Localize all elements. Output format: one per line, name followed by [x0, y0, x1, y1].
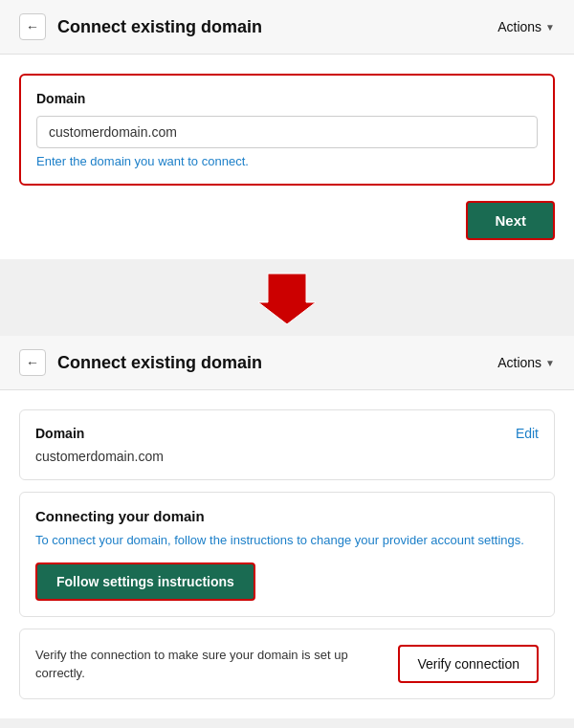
edit-link[interactable]: Edit [516, 426, 539, 441]
svg-marker-0 [258, 274, 316, 324]
verify-text: Verify the connection to make sure your … [35, 646, 383, 683]
connecting-section: Connecting your domain To connect your d… [19, 492, 555, 617]
domain-card-value: customerdomain.com [35, 449, 539, 464]
connecting-title: Connecting your domain [35, 508, 539, 524]
top-panel-header: ← Connect existing domain Actions ▼ [0, 0, 574, 55]
domain-card-label: Domain [35, 426, 84, 441]
verify-section: Verify the connection to make sure your … [19, 629, 555, 699]
actions-button-top[interactable]: Actions ▼ [497, 19, 555, 34]
domain-hint: Enter the domain you want to connect. [36, 154, 538, 168]
domain-section-top: Domain Enter the domain you want to conn… [19, 74, 555, 186]
actions-label-top: Actions [497, 19, 541, 34]
header-left: ← Connect existing domain [19, 13, 262, 40]
chevron-down-icon-top: ▼ [545, 22, 555, 33]
arrow-container [0, 259, 574, 336]
domain-card: Domain Edit customerdomain.com [19, 409, 555, 480]
page-title-bottom: Connect existing domain [57, 353, 262, 373]
chevron-down-icon-bottom: ▼ [545, 358, 555, 368]
actions-label-bottom: Actions [497, 355, 541, 370]
back-arrow-icon-bottom: ← [26, 355, 39, 370]
top-panel: ← Connect existing domain Actions ▼ Doma… [0, 0, 574, 259]
header-left-bottom: ← Connect existing domain [19, 349, 262, 376]
domain-card-header: Domain Edit [35, 426, 539, 441]
next-btn-container: Next [19, 201, 555, 240]
bottom-panel-content: Domain Edit customerdomain.com Connectin… [0, 390, 574, 718]
down-arrow-icon [258, 269, 316, 326]
domain-label-top: Domain [36, 91, 538, 106]
follow-settings-button[interactable]: Follow settings instructions [35, 563, 255, 601]
connecting-desc: To connect your domain, follow the instr… [35, 532, 539, 549]
page-title-top: Connect existing domain [57, 17, 262, 37]
domain-input[interactable] [36, 116, 538, 148]
back-button-bottom[interactable]: ← [19, 349, 46, 376]
back-arrow-icon: ← [26, 19, 39, 34]
next-button[interactable]: Next [466, 201, 555, 240]
bottom-panel-header: ← Connect existing domain Actions ▼ [0, 336, 574, 390]
top-panel-content: Domain Enter the domain you want to conn… [0, 55, 574, 259]
actions-button-bottom[interactable]: Actions ▼ [497, 355, 555, 370]
back-button-top[interactable]: ← [19, 13, 46, 40]
bottom-panel: ← Connect existing domain Actions ▼ Doma… [0, 336, 574, 718]
verify-connection-button[interactable]: Verify connection [398, 645, 539, 683]
